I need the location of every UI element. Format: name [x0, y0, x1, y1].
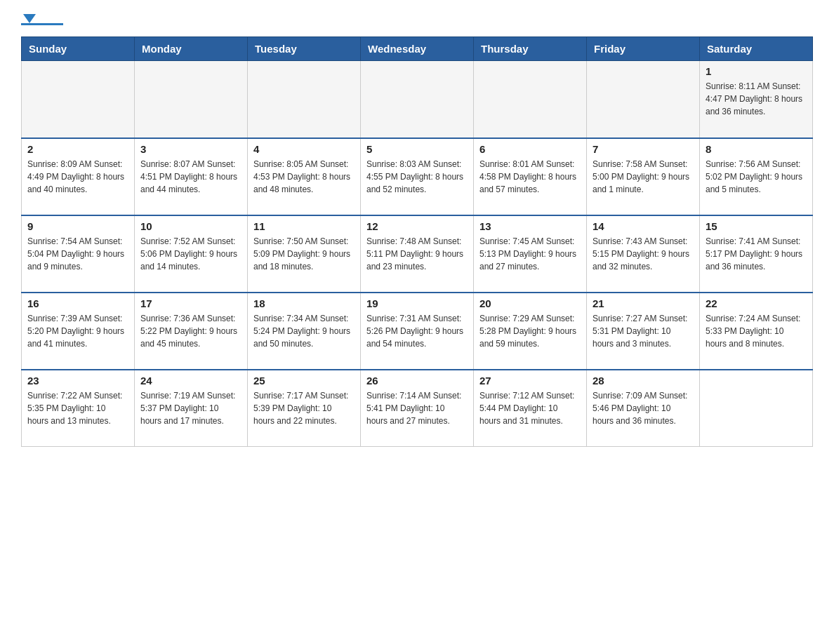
day-number: 5: [366, 143, 468, 155]
calendar-cell: [700, 370, 813, 447]
day-number: 20: [479, 297, 581, 309]
calendar-cell: [587, 61, 700, 138]
day-number: 11: [253, 220, 355, 232]
logo-triangle-icon: [23, 14, 36, 23]
day-number: 8: [706, 143, 807, 155]
weekday-header-tuesday: Tuesday: [248, 37, 361, 61]
day-info: Sunrise: 7:27 AM Sunset: 5:31 PM Dayligh…: [593, 312, 694, 350]
calendar-cell: [248, 61, 361, 138]
day-info: Sunrise: 7:34 AM Sunset: 5:24 PM Dayligh…: [253, 312, 355, 350]
day-info: Sunrise: 7:52 AM Sunset: 5:06 PM Dayligh…: [140, 235, 241, 273]
calendar-cell: 6Sunrise: 8:01 AM Sunset: 4:58 PM Daylig…: [474, 138, 587, 215]
weekday-header-sunday: Sunday: [22, 37, 135, 61]
calendar-cell: 22Sunrise: 7:24 AM Sunset: 5:33 PM Dayli…: [700, 293, 813, 370]
calendar-cell: 17Sunrise: 7:36 AM Sunset: 5:22 PM Dayli…: [135, 293, 248, 370]
day-info: Sunrise: 7:17 AM Sunset: 5:39 PM Dayligh…: [253, 389, 355, 427]
calendar-cell: 12Sunrise: 7:48 AM Sunset: 5:11 PM Dayli…: [361, 215, 474, 293]
day-number: 6: [479, 143, 581, 155]
weekday-header-thursday: Thursday: [474, 37, 587, 61]
calendar-cell: 13Sunrise: 7:45 AM Sunset: 5:13 PM Dayli…: [474, 215, 587, 293]
calendar-cell: [474, 61, 587, 138]
calendar-cell: 5Sunrise: 8:03 AM Sunset: 4:55 PM Daylig…: [361, 138, 474, 215]
calendar-cell: 4Sunrise: 8:05 AM Sunset: 4:53 PM Daylig…: [248, 138, 361, 215]
day-number: 21: [593, 297, 694, 309]
calendar-cell: 26Sunrise: 7:14 AM Sunset: 5:41 PM Dayli…: [361, 370, 474, 447]
calendar-cell: 18Sunrise: 7:34 AM Sunset: 5:24 PM Dayli…: [248, 293, 361, 370]
day-number: 4: [253, 143, 355, 155]
calendar-cell: 2Sunrise: 8:09 AM Sunset: 4:49 PM Daylig…: [22, 138, 135, 215]
calendar-cell: 21Sunrise: 7:27 AM Sunset: 5:31 PM Dayli…: [587, 293, 700, 370]
calendar-header-row: SundayMondayTuesdayWednesdayThursdayFrid…: [22, 37, 813, 61]
day-info: Sunrise: 8:09 AM Sunset: 4:49 PM Dayligh…: [27, 158, 128, 196]
day-info: Sunrise: 7:36 AM Sunset: 5:22 PM Dayligh…: [140, 312, 241, 350]
day-number: 24: [140, 375, 241, 387]
calendar-cell: [22, 61, 135, 138]
day-number: 28: [593, 375, 694, 387]
calendar-cell: 9Sunrise: 7:54 AM Sunset: 5:04 PM Daylig…: [22, 215, 135, 293]
day-info: Sunrise: 7:19 AM Sunset: 5:37 PM Dayligh…: [140, 389, 241, 427]
day-number: 12: [366, 220, 468, 232]
day-info: Sunrise: 7:29 AM Sunset: 5:28 PM Dayligh…: [479, 312, 581, 350]
day-number: 19: [366, 297, 468, 309]
day-number: 17: [140, 297, 241, 309]
day-info: Sunrise: 7:50 AM Sunset: 5:09 PM Dayligh…: [253, 235, 355, 273]
day-number: 15: [706, 220, 807, 232]
day-number: 16: [27, 297, 128, 309]
day-number: 14: [593, 220, 694, 232]
calendar-week-3: 9Sunrise: 7:54 AM Sunset: 5:04 PM Daylig…: [22, 215, 813, 293]
day-number: 1: [706, 65, 807, 77]
day-info: Sunrise: 8:03 AM Sunset: 4:55 PM Dayligh…: [366, 158, 468, 196]
day-number: 18: [253, 297, 355, 309]
day-info: Sunrise: 7:54 AM Sunset: 5:04 PM Dayligh…: [27, 235, 128, 273]
calendar-cell: 10Sunrise: 7:52 AM Sunset: 5:06 PM Dayli…: [135, 215, 248, 293]
calendar-week-1: 1Sunrise: 8:11 AM Sunset: 4:47 PM Daylig…: [22, 61, 813, 138]
calendar-cell: 28Sunrise: 7:09 AM Sunset: 5:46 PM Dayli…: [587, 370, 700, 447]
day-number: 23: [27, 375, 128, 387]
weekday-header-saturday: Saturday: [700, 37, 813, 61]
day-info: Sunrise: 7:12 AM Sunset: 5:44 PM Dayligh…: [479, 389, 581, 427]
day-info: Sunrise: 8:01 AM Sunset: 4:58 PM Dayligh…: [479, 158, 581, 196]
day-number: 13: [479, 220, 581, 232]
logo: [21, 14, 63, 25]
calendar-cell: 8Sunrise: 7:56 AM Sunset: 5:02 PM Daylig…: [700, 138, 813, 215]
calendar-cell: 25Sunrise: 7:17 AM Sunset: 5:39 PM Dayli…: [248, 370, 361, 447]
day-number: 2: [27, 143, 128, 155]
calendar-week-5: 23Sunrise: 7:22 AM Sunset: 5:35 PM Dayli…: [22, 370, 813, 447]
day-info: Sunrise: 7:14 AM Sunset: 5:41 PM Dayligh…: [366, 389, 468, 427]
day-number: 26: [366, 375, 468, 387]
day-info: Sunrise: 7:24 AM Sunset: 5:33 PM Dayligh…: [706, 312, 807, 350]
day-info: Sunrise: 7:56 AM Sunset: 5:02 PM Dayligh…: [706, 158, 807, 196]
calendar-cell: 24Sunrise: 7:19 AM Sunset: 5:37 PM Dayli…: [135, 370, 248, 447]
calendar-cell: 16Sunrise: 7:39 AM Sunset: 5:20 PM Dayli…: [22, 293, 135, 370]
day-number: 27: [479, 375, 581, 387]
calendar-cell: 3Sunrise: 8:07 AM Sunset: 4:51 PM Daylig…: [135, 138, 248, 215]
calendar-cell: 14Sunrise: 7:43 AM Sunset: 5:15 PM Dayli…: [587, 215, 700, 293]
calendar-cell: 7Sunrise: 7:58 AM Sunset: 5:00 PM Daylig…: [587, 138, 700, 215]
day-info: Sunrise: 7:45 AM Sunset: 5:13 PM Dayligh…: [479, 235, 581, 273]
calendar-cell: [361, 61, 474, 138]
day-number: 22: [706, 297, 807, 309]
calendar-week-2: 2Sunrise: 8:09 AM Sunset: 4:49 PM Daylig…: [22, 138, 813, 215]
calendar-cell: 11Sunrise: 7:50 AM Sunset: 5:09 PM Dayli…: [248, 215, 361, 293]
calendar-cell: [135, 61, 248, 138]
page-header: [21, 14, 813, 25]
day-info: Sunrise: 7:41 AM Sunset: 5:17 PM Dayligh…: [706, 235, 807, 273]
calendar-cell: 1Sunrise: 8:11 AM Sunset: 4:47 PM Daylig…: [700, 61, 813, 138]
day-info: Sunrise: 8:05 AM Sunset: 4:53 PM Dayligh…: [253, 158, 355, 196]
day-number: 9: [27, 220, 128, 232]
day-info: Sunrise: 8:07 AM Sunset: 4:51 PM Dayligh…: [140, 158, 241, 196]
logo-underline: [21, 23, 63, 25]
day-number: 10: [140, 220, 241, 232]
day-info: Sunrise: 7:31 AM Sunset: 5:26 PM Dayligh…: [366, 312, 468, 350]
calendar-cell: 19Sunrise: 7:31 AM Sunset: 5:26 PM Dayli…: [361, 293, 474, 370]
day-info: Sunrise: 7:48 AM Sunset: 5:11 PM Dayligh…: [366, 235, 468, 273]
day-number: 7: [593, 143, 694, 155]
calendar-cell: 15Sunrise: 7:41 AM Sunset: 5:17 PM Dayli…: [700, 215, 813, 293]
calendar-table: SundayMondayTuesdayWednesdayThursdayFrid…: [21, 36, 813, 447]
day-info: Sunrise: 7:43 AM Sunset: 5:15 PM Dayligh…: [593, 235, 694, 273]
day-number: 25: [253, 375, 355, 387]
day-info: Sunrise: 7:39 AM Sunset: 5:20 PM Dayligh…: [27, 312, 128, 350]
weekday-header-wednesday: Wednesday: [361, 37, 474, 61]
day-info: Sunrise: 7:58 AM Sunset: 5:00 PM Dayligh…: [593, 158, 694, 196]
weekday-header-friday: Friday: [587, 37, 700, 61]
